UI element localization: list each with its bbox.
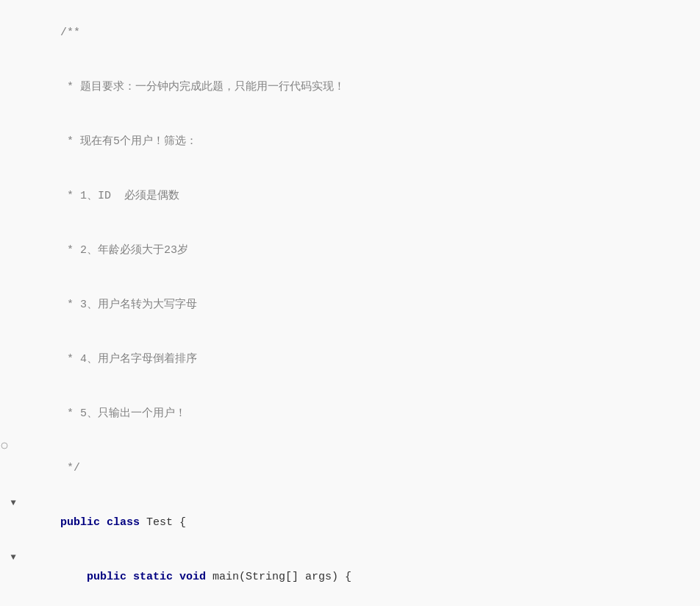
line-content-10: public class Test {	[18, 496, 700, 549]
line-11: ▼ public static void main(String[] args)…	[0, 550, 700, 605]
comment-6: * 3、用户名转为大写字母	[60, 299, 197, 311]
line-5: * 2、年龄必须大于23岁	[0, 224, 700, 278]
comment-8: * 5、只输出一个用户！	[60, 407, 186, 420]
line-content-8: * 5、只输出一个用户！	[18, 388, 700, 441]
line-7: * 4、用户名字母倒着排序	[0, 332, 700, 387]
indent-11	[60, 571, 87, 583]
comment-5: * 2、年龄必须大于23岁	[60, 244, 188, 257]
line-content-9: */	[18, 442, 700, 495]
line-3: * 现在有5个用户！筛选：	[0, 115, 700, 169]
line-content-11: public static void main(String[] args) {	[18, 551, 700, 604]
comment-3: * 现在有5个用户！筛选：	[60, 135, 197, 148]
line-content-3: * 现在有5个用户！筛选：	[18, 115, 700, 168]
class-name: Test {	[140, 516, 186, 529]
line-4: * 1、ID 必须是偶数	[0, 169, 700, 224]
line-content-7: * 4、用户名字母倒着排序	[18, 333, 700, 386]
breakpoint-icon	[1, 442, 8, 449]
line-8: * 5、只输出一个用户！	[0, 387, 700, 441]
comment-7: * 4、用户名字母倒着排序	[60, 353, 197, 366]
line-content-1: /**	[18, 7, 700, 60]
line-6: * 3、用户名转为大写字母	[0, 278, 700, 332]
code-editor: /** * 题目要求：一分钟内完成此题，只能用一行代码实现！ * 现在有5个用户…	[0, 0, 700, 606]
comment-2: * 题目要求：一分钟内完成此题，只能用一行代码实现！	[60, 81, 345, 93]
void-main	[173, 571, 179, 583]
line-content-2: * 题目要求：一分钟内完成此题，只能用一行代码实现！	[18, 61, 700, 114]
comment-4: * 1、ID 必须是偶数	[60, 190, 179, 202]
keyword-public-static: public static	[87, 571, 173, 583]
line-content-5: * 2、年龄必须大于23岁	[18, 224, 700, 277]
gutter-9	[0, 442, 9, 449]
comment-close: */	[60, 462, 80, 474]
svg-point-0	[1, 443, 7, 449]
line-1: /**	[0, 6, 700, 60]
line-content-6: * 3、用户名转为大写字母	[18, 279, 700, 332]
fold-10[interactable]: ▼	[9, 496, 18, 510]
line-9: */	[0, 441, 700, 496]
fold-11[interactable]: ▼	[9, 551, 18, 565]
comment-open: /**	[60, 26, 80, 39]
line-content-4: * 1、ID 必须是偶数	[18, 170, 700, 223]
keyword-void: void	[179, 571, 206, 583]
main-sig: main(String[] args) {	[206, 571, 351, 583]
line-2: * 题目要求：一分钟内完成此题，只能用一行代码实现！	[0, 60, 700, 115]
keyword-public-class: public class	[60, 516, 140, 529]
line-10: ▼ public class Test {	[0, 496, 700, 550]
